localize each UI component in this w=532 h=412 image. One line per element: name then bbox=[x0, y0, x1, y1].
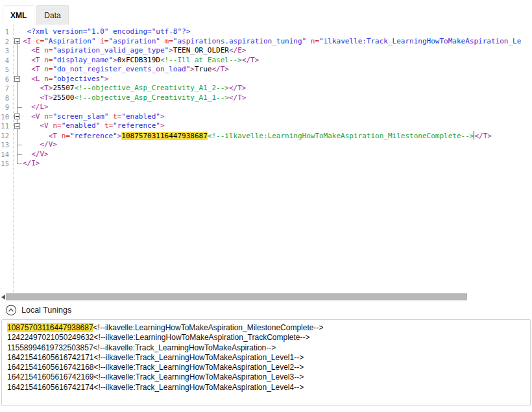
syntax-val: "reference" bbox=[113, 121, 160, 130]
syntax-attr: n= bbox=[311, 37, 319, 45]
syntax-attr: c= bbox=[36, 37, 44, 45]
fold-guide bbox=[12, 159, 23, 169]
syntax-tag: </T> bbox=[474, 132, 492, 140]
syntax-tag: <T bbox=[31, 56, 44, 64]
tuning-id: 16421541605616742174 bbox=[7, 383, 93, 392]
tuning-id: 16421541605616742171 bbox=[7, 353, 93, 362]
fold-collapse-icon[interactable] bbox=[12, 37, 23, 47]
code-line[interactable]: 15</I> bbox=[0, 159, 532, 169]
xml-code-editor[interactable]: 1 <?xml version="1.0" encoding="utf-8"?>… bbox=[0, 25, 532, 293]
fold-guide bbox=[12, 65, 23, 75]
syntax-txt bbox=[160, 37, 165, 45]
line-number: 6 bbox=[0, 75, 12, 84]
syntax-attr: t= bbox=[104, 121, 113, 130]
tuning-id: 11558994619732503857 bbox=[7, 343, 93, 352]
tab-data[interactable]: Data bbox=[36, 5, 68, 25]
syntax-attr: n= bbox=[44, 75, 53, 83]
code-line[interactable]: 10 <V n="screen_slam" t="enabled"> bbox=[0, 112, 532, 122]
syntax-tag: </I> bbox=[23, 159, 40, 167]
tuning-list-item[interactable]: 11558994619732503857<!--ilkavelle:Track_… bbox=[7, 343, 525, 353]
line-number: 1 bbox=[0, 27, 12, 37]
chevron-up-circle-icon bbox=[5, 304, 17, 316]
local-tunings-header: Local Tunings bbox=[0, 300, 532, 319]
local-tunings-list: 10875703116447938687<!--ilkavelle:Learni… bbox=[1, 319, 531, 406]
syntax-com: <!--Ill at Easel--> bbox=[160, 56, 242, 64]
code-line[interactable]: 14 </V> bbox=[0, 150, 532, 160]
tuning-list-item[interactable]: 16421541605616742168<!--ilkavelle:Track_… bbox=[7, 363, 525, 372]
code-line[interactable]: 13 </V> bbox=[0, 140, 532, 150]
scrollbar-left-arrow-icon[interactable] bbox=[0, 293, 6, 300]
tuning-comment: <!--ilkavelle:Track_LearningHowToMakeAsp… bbox=[93, 363, 304, 372]
code-line[interactable]: 12 <T n="reference">10875703116447938687… bbox=[0, 131, 532, 141]
tuning-list-item[interactable]: 16421541605616742171<!--ilkavelle:Track_… bbox=[7, 353, 525, 363]
line-number: 5 bbox=[0, 65, 12, 75]
tuning-list-item[interactable]: 16421541605616742174<!--ilkavelle:Track_… bbox=[7, 383, 525, 393]
code-text: <?xml version="1.0" encoding="utf-8"?> bbox=[23, 27, 532, 37]
line-number: 3 bbox=[0, 46, 12, 56]
syntax-txt: True bbox=[195, 65, 212, 73]
fold-collapse-icon[interactable] bbox=[12, 121, 23, 131]
code-line[interactable]: 5 <T n="do_not_register_events_on_load">… bbox=[0, 65, 532, 75]
syntax-tag: </T> bbox=[229, 93, 247, 102]
line-number: 15 bbox=[0, 159, 12, 169]
fold-collapse-icon[interactable] bbox=[12, 75, 23, 84]
fold-guide bbox=[12, 103, 23, 112]
horizontal-scrollbar[interactable] bbox=[0, 293, 532, 300]
tuning-id: 16421541605616742168 bbox=[7, 363, 93, 372]
code-line[interactable]: 6 <L n="objectives"> bbox=[0, 75, 532, 84]
code-line[interactable]: 3 <E n="aspiration_valid_age_type">TEEN_… bbox=[0, 46, 532, 56]
syntax-tag: <E bbox=[31, 46, 44, 55]
line-number: 2 bbox=[0, 37, 12, 47]
code-line[interactable]: 1 <?xml version="1.0" encoding="utf-8"?> bbox=[0, 27, 532, 37]
code-line[interactable]: 11 <V n="enabled" t="reference"> bbox=[0, 121, 532, 131]
line-number: 7 bbox=[0, 84, 12, 93]
syntax-val: "reference" bbox=[70, 132, 117, 140]
code-line[interactable]: 8 <T>25500<!--objective_Asp_Creativity_A… bbox=[0, 93, 532, 103]
syntax-attr: n= bbox=[44, 46, 53, 55]
syntax-tag: <T bbox=[49, 132, 62, 140]
syntax-tag: > bbox=[160, 112, 165, 121]
syntax-attr: t= bbox=[113, 112, 121, 121]
tuning-list-item[interactable]: 16421541605616742169<!--ilkavelle:Track_… bbox=[7, 372, 525, 382]
tuning-id: 12422497021050249632 bbox=[7, 333, 93, 342]
tuning-list-item[interactable]: 10875703116447938687<!--ilkavelle:Learni… bbox=[7, 323, 525, 333]
scrollbar-thumb[interactable] bbox=[6, 293, 467, 300]
syntax-tag: </T> bbox=[229, 84, 247, 92]
syntax-tag: </T> bbox=[212, 65, 229, 73]
syntax-attr: n= bbox=[53, 121, 61, 130]
code-line[interactable]: 9 </L> bbox=[0, 103, 532, 112]
syntax-val: "do_not_register_events_on_load" bbox=[53, 65, 190, 73]
tuning-comment: <!--ilkavelle:Track_LearningHowToMakeAsp… bbox=[93, 343, 276, 352]
syntax-tag: </L> bbox=[31, 103, 49, 111]
syntax-txt: TEEN_OR_OLDER bbox=[173, 46, 229, 55]
syntax-val: "aspiration_valid_age_type" bbox=[53, 46, 169, 55]
syntax-attr: i= bbox=[100, 37, 108, 45]
syntax-attr: n= bbox=[44, 112, 53, 121]
fold-collapse-icon[interactable] bbox=[12, 112, 23, 122]
code-text: <T n="display_name">0xFCDB319D<!--Ill at… bbox=[23, 56, 532, 66]
code-text: <V n="enabled" t="reference"> bbox=[23, 121, 532, 131]
syntax-hl: 10875703116447938687 bbox=[121, 132, 207, 140]
local-tunings-collapse-button[interactable] bbox=[5, 304, 17, 316]
syntax-txt: 25500 bbox=[53, 93, 74, 102]
code-line[interactable]: 4 <T n="display_name">0xFCDB319D<!--Ill … bbox=[0, 56, 532, 66]
tuning-id: 10875703116447938687 bbox=[7, 323, 93, 332]
syntax-tag: </E> bbox=[229, 46, 247, 55]
line-number: 11 bbox=[0, 121, 12, 131]
line-number: 10 bbox=[0, 112, 12, 122]
syntax-tag: <T> bbox=[40, 84, 53, 92]
syntax-attr: m= bbox=[165, 37, 173, 45]
tab-xml[interactable]: XML bbox=[3, 5, 34, 25]
syntax-val: "ilkavelle:Track_LearningHowToMakeAspira… bbox=[319, 37, 521, 45]
syntax-val: "display_name" bbox=[53, 56, 113, 64]
code-line[interactable]: 7 <T>25507<!--objective_Asp_Creativity_A… bbox=[0, 84, 532, 93]
tuning-list-item[interactable]: 12422497021050249632<!--ilkavelle:Learni… bbox=[7, 333, 525, 343]
syntax-txt bbox=[306, 37, 311, 45]
syntax-val: "screen_slam" bbox=[53, 112, 108, 121]
fold-guide bbox=[12, 84, 23, 93]
code-text: <T>25500<!--objective_Asp_Creativity_A1_… bbox=[23, 93, 532, 103]
code-line[interactable]: 2<I c="Aspiration" i="aspiration" m="asp… bbox=[0, 37, 532, 47]
tuning-comment: <!--ilkavelle:LearningHowToMakeAspiratio… bbox=[93, 323, 324, 332]
syntax-com: <!--objective_Asp_Creativity_A1_2--> bbox=[75, 84, 229, 92]
syntax-val: "objectives" bbox=[53, 75, 104, 83]
